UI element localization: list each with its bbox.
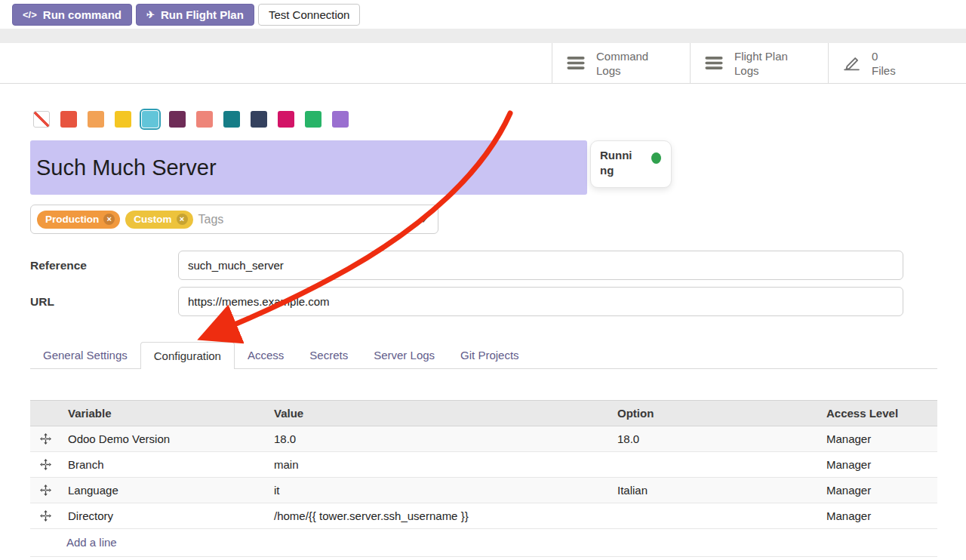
tag-label: Production [45, 214, 99, 225]
url-input[interactable]: https://memes.example.com [178, 287, 903, 316]
cell-option[interactable]: Italian [610, 478, 819, 503]
color-swatch-navy[interactable] [251, 111, 267, 128]
drag-handle-icon[interactable] [30, 452, 60, 478]
status-indicator-dot [651, 152, 661, 164]
code-icon: </> [23, 9, 37, 20]
column-header-access-level[interactable]: Access Level [819, 401, 937, 426]
reference-label: Reference [30, 251, 87, 280]
top-toolbar: </> Run command ✈ Run Flight Plan Test C… [0, 0, 966, 29]
add-line-row: Add a line [30, 529, 937, 557]
header-bottom-border [0, 83, 966, 84]
list-icon [704, 55, 724, 71]
tab-configuration[interactable]: Configuration [140, 342, 235, 369]
cell-access-level[interactable]: Manager [819, 426, 937, 452]
files-label: 0 Files [872, 49, 896, 78]
column-header-variable[interactable]: Variable [60, 401, 266, 426]
flight-plan-logs-button[interactable]: Flight Plan Logs [690, 43, 828, 83]
color-swatch-none[interactable] [33, 111, 50, 128]
tag-remove-icon[interactable]: × [177, 214, 188, 225]
list-icon [566, 55, 586, 71]
tab-secrets[interactable]: Secrets [297, 342, 361, 368]
tab-access[interactable]: Access [235, 342, 297, 368]
run-flight-plan-label: Run Flight Plan [161, 8, 244, 21]
status-button[interactable]: Running [590, 140, 672, 188]
flight-plan-logs-label: Flight Plan Logs [734, 49, 788, 78]
files-button[interactable]: 0 Files [828, 43, 966, 83]
column-header-option[interactable]: Option [610, 401, 819, 426]
color-swatch-yellow[interactable] [115, 111, 131, 128]
table-row[interactable]: Odoo Demo Version 18.0 18.0 Manager [30, 426, 937, 452]
header-stat-buttons: Command Logs Flight Plan Logs 0 Files [552, 43, 966, 83]
test-connection-button[interactable]: Test Connection [258, 4, 361, 26]
configuration-table: Variable Value Option Access Level Odoo … [30, 400, 937, 557]
color-swatch-salmon[interactable] [196, 111, 213, 128]
cell-variable[interactable]: Language [60, 478, 266, 503]
stat-label-line: Logs [734, 63, 788, 78]
tag-custom[interactable]: Custom × [125, 211, 192, 229]
reference-input[interactable]: such_much_server [178, 251, 903, 280]
drag-handle-icon[interactable] [30, 503, 60, 529]
cell-access-level[interactable]: Manager [819, 478, 937, 503]
header-divider-band [0, 29, 966, 43]
run-flight-plan-button[interactable]: ✈ Run Flight Plan [136, 4, 254, 26]
server-name-input[interactable]: Such Much Server [30, 140, 587, 195]
color-swatch-green[interactable] [305, 111, 321, 128]
tag-label: Custom [134, 214, 171, 225]
cell-access-level[interactable]: Manager [819, 452, 937, 478]
tags-placeholder: Tags [198, 213, 224, 226]
cell-value[interactable]: main [266, 452, 610, 478]
tab-server-logs[interactable]: Server Logs [361, 342, 448, 368]
add-a-line-link[interactable]: Add a line [30, 529, 125, 556]
stat-value: 0 [872, 49, 896, 63]
test-connection-label: Test Connection [269, 8, 350, 21]
tag-remove-icon[interactable]: × [103, 214, 115, 225]
cell-value[interactable]: /home/{{ tower.server.ssh_username }} [266, 503, 610, 529]
color-swatch-magenta[interactable] [278, 111, 294, 128]
notebook-tabs: General Settings Configuration Access Se… [30, 342, 937, 369]
url-label: URL [30, 287, 54, 316]
cell-variable[interactable]: Branch [60, 452, 266, 478]
tag-production[interactable]: Production × [37, 211, 120, 229]
stat-label-line: Logs [596, 63, 648, 78]
color-swatch-plum[interactable] [169, 111, 186, 128]
plane-icon: ✈ [146, 9, 155, 20]
table-header-row: Variable Value Option Access Level [30, 401, 937, 426]
stat-label-line: Flight Plan [734, 49, 788, 63]
tab-git-projects[interactable]: Git Projects [448, 342, 532, 368]
cell-access-level[interactable]: Manager [819, 503, 937, 529]
color-swatch-teal[interactable] [223, 111, 240, 128]
drag-handle-icon[interactable] [30, 426, 60, 452]
cell-option[interactable]: 18.0 [610, 426, 819, 452]
cell-option[interactable] [610, 503, 819, 529]
run-command-label: Run command [43, 8, 122, 21]
edit-icon [842, 54, 861, 72]
command-logs-button[interactable]: Command Logs [552, 43, 690, 83]
tags-input[interactable]: Production × Custom × Tags [30, 205, 438, 234]
cell-value[interactable]: 18.0 [266, 426, 610, 452]
cell-value[interactable]: it [266, 478, 610, 503]
handle-column-header [30, 401, 60, 426]
run-command-button[interactable]: </> Run command [12, 4, 132, 26]
color-swatch-red[interactable] [60, 111, 77, 128]
tab-general-settings[interactable]: General Settings [30, 342, 140, 368]
color-swatch-orange[interactable] [88, 111, 104, 128]
status-label: Running [600, 148, 636, 178]
color-palette [33, 111, 349, 128]
column-header-value[interactable]: Value [266, 401, 610, 426]
stat-label-line: Files [872, 63, 896, 78]
cell-variable[interactable]: Odoo Demo Version [60, 426, 266, 452]
command-logs-label: Command Logs [596, 49, 648, 78]
cell-variable[interactable]: Directory [60, 503, 266, 529]
stat-label-line: Command [596, 49, 648, 63]
color-swatch-purple[interactable] [332, 111, 349, 128]
table-row[interactable]: Directory /home/{{ tower.server.ssh_user… [30, 503, 937, 529]
color-swatch-light-blue-selected[interactable] [142, 111, 158, 128]
drag-handle-icon[interactable] [30, 478, 60, 503]
cell-option[interactable] [610, 452, 819, 478]
chevron-down-icon[interactable] [420, 218, 427, 223]
table-row[interactable]: Language it Italian Manager [30, 478, 937, 503]
table-row[interactable]: Branch main Manager [30, 452, 937, 478]
